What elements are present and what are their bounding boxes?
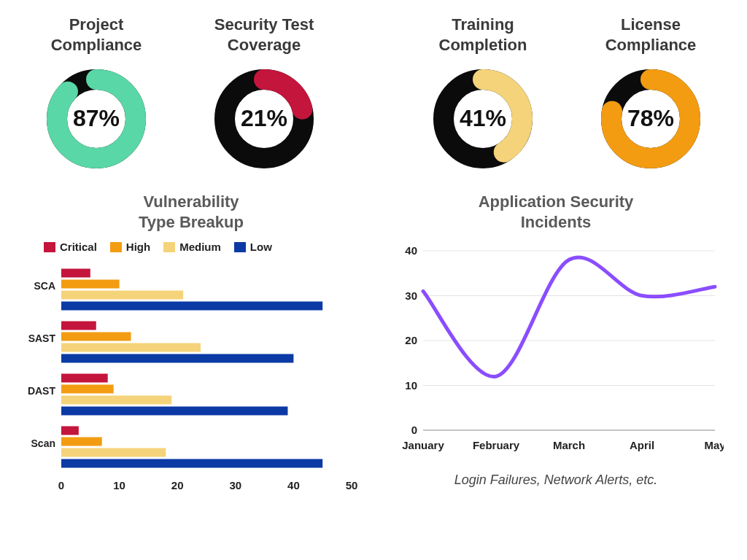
legend-medium: Medium — [163, 241, 221, 253]
legend-label: Critical — [60, 241, 97, 253]
donut-chart: 78% — [592, 61, 709, 177]
svg-rect-19 — [61, 332, 131, 341]
svg-rect-23 — [61, 385, 114, 394]
legend-low: Low — [234, 241, 272, 253]
svg-text:0: 0 — [58, 479, 64, 491]
svg-text:30: 30 — [229, 479, 241, 491]
panel-vulnerability: VulnerabilityType Breakup Critical High … — [23, 192, 359, 497]
bar-category-label: Scan — [31, 438, 55, 449]
svg-rect-17 — [61, 302, 322, 311]
donut-chart: 41% — [425, 61, 541, 177]
svg-rect-25 — [61, 407, 287, 416]
svg-text:10: 10 — [113, 479, 125, 491]
donut-training-completion: TrainingCompletion 41% — [410, 15, 556, 177]
donut-row: ProjectCompliance 87% Security TestCover… — [23, 15, 724, 177]
svg-text:50: 50 — [346, 479, 358, 491]
donut-title: ProjectCompliance — [51, 15, 142, 55]
chart-title: Application SecurityIncidents — [388, 192, 724, 232]
svg-rect-16 — [61, 291, 183, 300]
donut-security-coverage: Security TestCoverage 21% — [191, 15, 337, 177]
svg-text:January: January — [402, 439, 444, 451]
donut-chart: 87% — [38, 61, 155, 177]
svg-text:May: May — [704, 439, 724, 451]
chart-title: VulnerabilityType Breakup — [23, 192, 359, 232]
svg-rect-18 — [61, 322, 96, 330]
bar-category-label: SAST — [28, 332, 56, 344]
donut-percent: 21% — [241, 105, 287, 131]
legend-label: High — [126, 241, 150, 253]
donut-title: Security TestCoverage — [214, 15, 314, 55]
svg-rect-14 — [61, 269, 90, 278]
svg-text:0: 0 — [411, 424, 417, 436]
svg-rect-28 — [61, 448, 166, 457]
svg-text:40: 40 — [287, 479, 300, 491]
swatch-medium — [163, 242, 175, 252]
donut-percent: 41% — [460, 105, 506, 131]
donut-title: LicenseCompliance — [605, 15, 697, 55]
svg-text:March: March — [553, 439, 585, 451]
swatch-low — [234, 242, 246, 252]
svg-rect-20 — [61, 343, 201, 352]
svg-text:20: 20 — [405, 334, 417, 346]
donut-project-compliance: ProjectCompliance 87% — [23, 15, 169, 177]
incidents-footnote: Login Failures, Network Alerts, etc. — [388, 472, 724, 488]
swatch-critical — [44, 242, 55, 252]
swatch-high — [110, 242, 122, 252]
donut-percent: 78% — [627, 105, 674, 131]
svg-rect-22 — [61, 374, 108, 383]
svg-rect-26 — [61, 427, 79, 435]
svg-rect-27 — [61, 438, 102, 446]
svg-text:April: April — [630, 439, 654, 451]
legend-label: Medium — [179, 241, 221, 253]
donut-license-compliance: LicenseCompliance 78% — [578, 15, 724, 177]
legend-high: High — [110, 241, 150, 253]
vuln-bar-chart: 01020304050SCASASTDASTScan — [23, 260, 359, 494]
svg-rect-15 — [61, 280, 120, 289]
donut-chart: 21% — [206, 61, 322, 177]
bar-category-label: DAST — [28, 385, 56, 397]
svg-rect-24 — [61, 396, 171, 405]
svg-rect-29 — [61, 459, 322, 468]
donut-percent: 87% — [73, 105, 120, 131]
svg-text:10: 10 — [405, 379, 417, 392]
panel-incidents: Application SecurityIncidents 010203040J… — [388, 192, 724, 497]
svg-text:20: 20 — [171, 479, 184, 491]
legend-critical: Critical — [44, 241, 97, 253]
vuln-legend: Critical High Medium Low — [44, 241, 359, 253]
svg-text:40: 40 — [405, 244, 417, 257]
bar-category-label: SCA — [34, 280, 55, 292]
svg-text:February: February — [473, 439, 520, 451]
svg-text:30: 30 — [405, 289, 417, 302]
donut-title: TrainingCompletion — [439, 15, 527, 55]
row-2: VulnerabilityType Breakup Critical High … — [23, 192, 724, 497]
svg-rect-21 — [61, 354, 293, 363]
legend-label: Low — [250, 241, 272, 253]
incidents-line-chart: 010203040JanuaryFebruaryMarchAprilMay — [388, 241, 724, 459]
